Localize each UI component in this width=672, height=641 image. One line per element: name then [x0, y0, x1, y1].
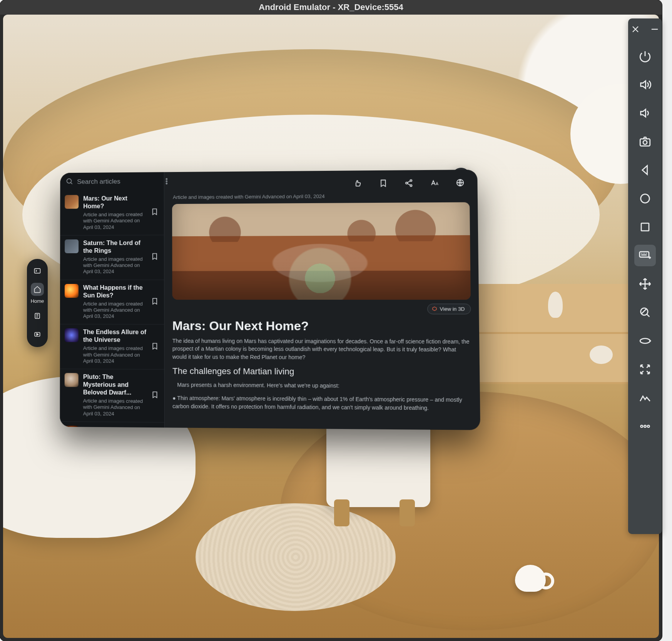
scene-decor: [590, 346, 613, 364]
xr-navigation-rail: Home: [27, 259, 48, 347]
emulator-window: Android Emulator - XR_Device:5554 Home: [0, 0, 662, 641]
svg-point-20: [647, 425, 650, 427]
collapse-button[interactable]: [634, 359, 656, 380]
article-meta: Article and images created with Gemini A…: [173, 192, 469, 200]
bookmark-icon[interactable]: [151, 253, 159, 261]
view-in-3d-button[interactable]: View in 3D: [427, 304, 471, 314]
svg-point-12: [643, 140, 647, 144]
svg-point-3: [67, 179, 72, 183]
list-item-thumbnail: [65, 373, 79, 387]
reader-toolbar: [172, 170, 470, 193]
article-sidebar: Mars: Our Next Home?Article and images c…: [60, 172, 165, 427]
svg-rect-0: [35, 269, 40, 273]
list-item-title: Pluto: The Mysterious and Beloved Dwarf.…: [83, 373, 146, 397]
list-item-title: Saturn: The Lord of the Rings: [83, 239, 146, 255]
list-item[interactable]: What Happens if the Sun Dies?Article and…: [60, 280, 164, 324]
svg-rect-11: [640, 139, 650, 146]
article-paragraph: Mars presents a harsh environment. Here'…: [177, 381, 471, 391]
emulator-titlebar: Android Emulator - XR_Device:5554: [0, 0, 662, 15]
rail-video-button[interactable]: [31, 328, 44, 341]
rail-console-button[interactable]: [31, 264, 44, 277]
article-reader: Article and images created with Gemini A…: [164, 170, 480, 430]
power-button[interactable]: [634, 45, 656, 67]
article-subheading: The challenges of Martian living: [172, 366, 471, 377]
svg-rect-15: [640, 252, 649, 257]
list-item-thumbnail: [65, 195, 79, 209]
list-item-subtitle: Article and images created with Gemini A…: [83, 301, 146, 320]
bookmark-button[interactable]: [377, 177, 389, 189]
svg-point-13: [641, 194, 650, 203]
list-item-subtitle: Article and images created with Gemini A…: [83, 256, 146, 275]
search-row: [60, 172, 164, 191]
pan-button[interactable]: [634, 273, 656, 295]
emulator-title: Android Emulator - XR_Device:5554: [259, 2, 403, 12]
list-item-thumbnail: [65, 284, 79, 297]
keyboard-input-button[interactable]: [634, 245, 656, 266]
volume-up-button[interactable]: [634, 74, 656, 95]
scene-decor: [548, 292, 563, 318]
list-item[interactable]: Saturn: The Lord of the RingsArticle and…: [60, 235, 164, 280]
screenshot-button[interactable]: [634, 131, 656, 152]
scene-decor: [196, 503, 396, 611]
list-item[interactable]: Mind-Bending Facts About the Universe: [60, 422, 164, 427]
xr-scene: Home: [3, 15, 659, 638]
list-item-thumbnail: [65, 239, 79, 253]
emulator-close-button[interactable]: [630, 24, 641, 35]
list-item-subtitle: Article and images created with Gemini A…: [83, 398, 146, 417]
list-item-subtitle: Article and images created with Gemini A…: [83, 211, 146, 230]
emulator-minimize-button[interactable]: [649, 24, 660, 35]
share-button[interactable]: [403, 177, 415, 189]
svg-point-7: [410, 180, 412, 182]
bookmark-icon[interactable]: [151, 208, 159, 217]
search-input[interactable]: [77, 177, 159, 185]
home-button[interactable]: [634, 188, 656, 209]
svg-point-8: [406, 182, 408, 184]
rotate-button[interactable]: [634, 330, 656, 352]
list-item[interactable]: Mars: Our Next Home?Article and images c…: [60, 190, 164, 235]
svg-point-18: [641, 425, 643, 427]
svg-point-17: [640, 339, 650, 344]
rail-home-button[interactable]: [31, 283, 44, 296]
list-item-title: What Happens if the Sun Dies?: [83, 284, 146, 299]
text-size-button[interactable]: [428, 177, 441, 189]
article-hero-image: [172, 202, 471, 300]
list-item[interactable]: The Endless Allure of the UniverseArticl…: [60, 324, 164, 369]
svg-point-19: [644, 425, 646, 427]
bookmark-icon[interactable]: [151, 391, 159, 399]
article-list[interactable]: Mars: Our Next Home?Article and images c…: [60, 190, 164, 427]
overview-button[interactable]: [634, 216, 656, 238]
article-paragraph: The idea of humans living on Mars has ca…: [172, 337, 471, 362]
emulator-toolbar: [628, 18, 662, 534]
search-icon: [65, 177, 73, 187]
volume-down-button[interactable]: [634, 102, 656, 124]
list-item-thumbnail: [65, 328, 79, 342]
list-item[interactable]: Pluto: The Mysterious and Beloved Dwarf.…: [60, 369, 164, 422]
rail-home-label: Home: [31, 298, 44, 304]
list-item-title: The Endless Allure of the Universe: [83, 328, 146, 344]
list-item-title: Mars: Our Next Home?: [83, 195, 146, 210]
article-body: Mars: Our Next Home? The idea of humans …: [172, 316, 472, 412]
bookmark-icon[interactable]: [151, 342, 159, 351]
article-bullet: Thin atmosphere: Mars' atmosphere is inc…: [172, 394, 472, 413]
list-item-subtitle: Article and images created with Gemini A…: [83, 346, 146, 365]
bookmark-icon[interactable]: [151, 297, 159, 306]
back-button[interactable]: [634, 159, 656, 181]
svg-point-9: [410, 185, 412, 187]
svg-rect-14: [641, 223, 649, 231]
xr-content-panel: Mars: Our Next Home?Article and images c…: [60, 170, 480, 430]
rail-articles-button[interactable]: [31, 309, 44, 322]
language-button[interactable]: [454, 177, 466, 189]
article-title: Mars: Our Next Home?: [172, 319, 471, 334]
like-button[interactable]: [352, 177, 364, 189]
scene-decor: [515, 565, 546, 592]
view-in-3d-label: View in 3D: [440, 306, 465, 312]
zoom-button[interactable]: [634, 302, 656, 323]
more-options-button[interactable]: [634, 416, 656, 437]
virtual-sensors-button[interactable]: [634, 387, 656, 409]
